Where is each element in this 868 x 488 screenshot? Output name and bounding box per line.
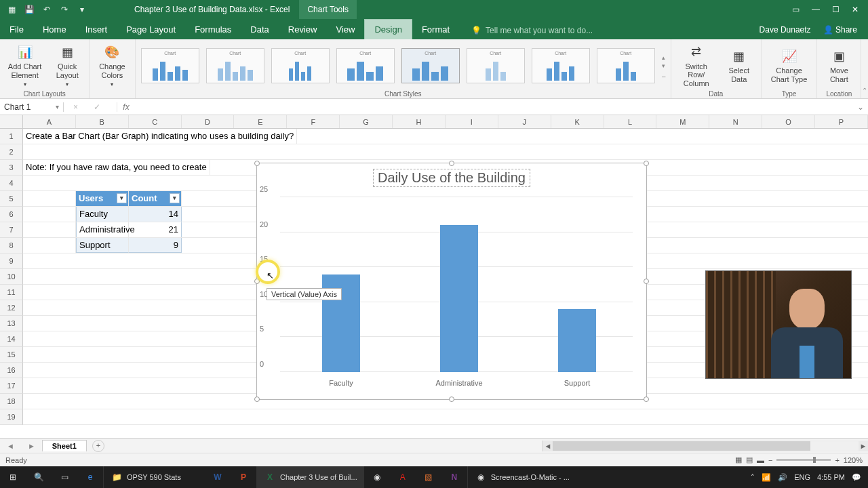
tray-notifications-icon[interactable]: 💬 <box>852 473 861 482</box>
tray-clock[interactable]: 4:55 PM <box>817 473 845 481</box>
tell-me-search[interactable]: 💡Tell me what you want to do... <box>471 26 593 39</box>
excel-icon: ▦ <box>4 5 19 14</box>
excel-task[interactable]: XChapter 3 Use of Buil... <box>256 466 364 488</box>
table-cell[interactable]: 9 <box>129 238 182 253</box>
redo-icon[interactable]: ↷ <box>57 5 72 14</box>
save-icon[interactable]: 💾 <box>22 5 37 14</box>
filter-icon[interactable]: ▾ <box>117 193 127 203</box>
fx-label: fx <box>117 102 134 112</box>
table-cell[interactable]: Faculty <box>76 207 129 222</box>
ribbon-options-icon[interactable]: ▭ <box>792 5 800 14</box>
chart-xlabel: Support <box>564 379 591 387</box>
table-cell[interactable]: Administrative <box>76 222 129 237</box>
tab-file[interactable]: File <box>0 20 33 39</box>
row-headers[interactable]: 12345678910111213141516171819 <box>0 129 23 425</box>
table-cell[interactable]: 21 <box>129 222 182 237</box>
bulb-icon: 💡 <box>471 26 481 35</box>
tab-design[interactable]: Design <box>364 19 412 39</box>
sheet-nav-prev[interactable]: ◄ <box>0 442 21 450</box>
powerpoint-icon[interactable]: P <box>231 466 256 488</box>
tab-page-layout[interactable]: Page Layout <box>117 20 185 39</box>
select-all-corner[interactable] <box>0 115 23 128</box>
axis-tooltip: Vertical (Value) Axis <box>267 288 342 300</box>
name-box[interactable]: Chart 1▾ <box>0 102 64 112</box>
sheet-tab-1[interactable]: Sheet1 <box>42 440 87 451</box>
qa-more-icon[interactable]: ▾ <box>75 5 90 14</box>
windows-taskbar: ⊞ 🔍 ▭ e 📁OPSY 590 Stats W P XChapter 3 U… <box>0 466 868 488</box>
column-headers[interactable]: ABCDEFGHIJKLMNOP <box>0 115 868 129</box>
collapse-ribbon-icon[interactable]: ⌃ <box>861 39 868 98</box>
table-header-count[interactable]: Count▾ <box>129 191 182 206</box>
tray-network-icon[interactable]: 📶 <box>762 473 771 482</box>
chart-bar-administrative[interactable] <box>440 225 478 372</box>
view-pagebreak-icon[interactable]: ▬ <box>757 456 764 464</box>
group-chart-styles: Chart Styles <box>384 89 421 98</box>
cell-a3[interactable]: Note: If you have raw data, you need to … <box>23 160 210 175</box>
share-button[interactable]: 👤 Share <box>823 25 857 35</box>
close-icon[interactable]: ✕ <box>852 5 859 14</box>
tray-volume-icon[interactable]: 🔊 <box>778 473 787 482</box>
tab-format[interactable]: Format <box>412 20 459 39</box>
chart-object[interactable]: Daily Use of the Building 0 5 10 15 20 2… <box>256 163 647 400</box>
chart-plot-area[interactable]: 0 5 10 15 20 25 Faculty Administrative S… <box>280 197 633 372</box>
view-normal-icon[interactable]: ▦ <box>735 455 742 464</box>
chart-styles-gallery[interactable]: Chart Chart Chart Chart Chart Chart Char… <box>141 42 665 89</box>
chart-bar-support[interactable] <box>558 309 596 372</box>
cortana-button[interactable]: 🔍 <box>26 466 52 488</box>
sheet-tab-bar: ◄ ► Sheet1 + ◄► <box>0 438 868 453</box>
view-layout-icon[interactable]: ▤ <box>746 455 753 464</box>
zoom-percent[interactable]: 120% <box>844 456 863 464</box>
tray-up-icon[interactable]: ˄ <box>751 473 755 482</box>
change-chart-type-button[interactable]: 📈Change Chart Type <box>767 47 812 83</box>
filter-icon[interactable]: ▾ <box>170 193 180 203</box>
zoom-slider[interactable] <box>776 459 831 461</box>
horizontal-scrollbar[interactable]: ◄► <box>542 441 868 451</box>
edge-icon[interactable]: e <box>77 466 103 488</box>
change-colors-button[interactable]: 🎨Change Colors▾ <box>95 43 130 87</box>
add-chart-element-button[interactable]: 📊Add Chart Element▾ <box>5 43 44 87</box>
tab-insert[interactable]: Insert <box>76 20 117 39</box>
select-data-button[interactable]: ▦Select Data <box>723 47 755 83</box>
cell-a1[interactable]: Create a Bar Chart (Bar Graph) indicatin… <box>23 129 297 144</box>
formula-icons: × ✓ <box>64 102 117 112</box>
chart-title[interactable]: Daily Use of the Building <box>373 169 530 187</box>
zoom-in-button[interactable]: + <box>835 456 839 464</box>
formula-bar-row: Chart 1▾ × ✓ fx ⌄ <box>0 99 868 115</box>
move-chart-button[interactable]: ▣Move Chart <box>823 47 855 83</box>
table-cell[interactable]: Support <box>76 238 129 253</box>
chrome-icon[interactable]: ◉ <box>364 466 390 488</box>
tray-lang[interactable]: ENG <box>794 473 810 481</box>
tab-home[interactable]: Home <box>33 20 76 39</box>
onenote-icon[interactable]: N <box>441 466 467 488</box>
ribbon: 📊Add Chart Element▾ ▦Quick Layout▾ Chart… <box>0 39 868 99</box>
tab-review[interactable]: Review <box>279 20 327 39</box>
group-chart-layouts: Chart Layouts <box>23 89 65 98</box>
add-sheet-button[interactable]: + <box>92 440 104 452</box>
status-bar: Ready ▦ ▤ ▬ − + 120% <box>0 453 868 466</box>
spreadsheet-grid[interactable]: 12345678910111213141516171819 Create a B… <box>0 129 868 430</box>
user-name[interactable]: Dave Dunaetz <box>760 25 811 35</box>
webcam-overlay <box>705 270 852 379</box>
tab-view[interactable]: View <box>326 20 364 39</box>
task-view-button[interactable]: ▭ <box>52 466 77 488</box>
table-header-users[interactable]: Users▾ <box>76 191 129 206</box>
app-icon[interactable]: ▧ <box>416 466 441 488</box>
quick-layout-button[interactable]: ▦Quick Layout▾ <box>51 43 83 87</box>
tab-formulas[interactable]: Formulas <box>185 20 241 39</box>
start-button[interactable]: ⊞ <box>0 466 26 488</box>
minimize-icon[interactable]: — <box>812 5 820 14</box>
screencast-task[interactable]: ◉Screencast-O-Matic - ... <box>467 466 576 488</box>
tab-data[interactable]: Data <box>241 20 278 39</box>
acrobat-icon[interactable]: A <box>390 466 416 488</box>
explorer-task[interactable]: 📁OPSY 590 Stats <box>103 466 205 488</box>
maximize-icon[interactable]: ☐ <box>832 5 840 14</box>
zoom-out-button[interactable]: − <box>768 456 772 464</box>
word-icon[interactable]: W <box>205 466 231 488</box>
group-type: Type <box>782 89 797 98</box>
undo-icon[interactable]: ↶ <box>39 5 54 14</box>
status-ready: Ready <box>5 456 27 464</box>
table-cell[interactable]: 14 <box>129 207 182 222</box>
title-bar: ▦ 💾 ↶ ↷ ▾ Chapter 3 Use of Building Data… <box>0 0 868 19</box>
switch-row-column-button[interactable]: ⇄Switch Row/ Column <box>677 43 716 88</box>
sheet-nav-next[interactable]: ► <box>21 442 42 450</box>
